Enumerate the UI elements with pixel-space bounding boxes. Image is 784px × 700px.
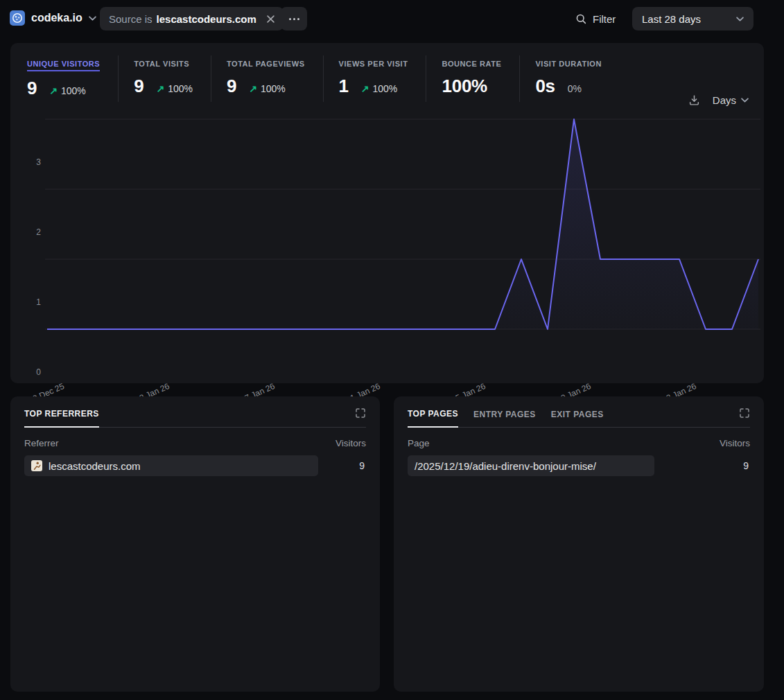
more-filters-button[interactable]	[281, 7, 307, 30]
chart-card: UNIQUE VISITORS 9 ↗100% TOTAL VISITS 9 ↗…	[10, 43, 764, 383]
referrers-list: lescastcodeurs.com 9	[24, 455, 366, 476]
referrers-column-headers: Referrer Visitors	[24, 438, 366, 448]
page-path: /2025/12/19/adieu-direnv-bonjour-mise/	[415, 460, 596, 472]
referrers-tabs: TOP REFERRERS	[24, 409, 366, 428]
ellipsis-icon	[289, 18, 291, 20]
pages-list: /2025/12/19/adieu-direnv-bonjour-mise/ 9	[408, 455, 750, 476]
referrer-row: lescastcodeurs.com 9	[24, 455, 366, 476]
tab-top-referrers[interactable]: TOP REFERRERS	[24, 409, 99, 428]
column-visitors: Visitors	[336, 438, 366, 448]
filter-pill-value: lescastcodeurs.com	[157, 13, 256, 25]
top-referrers-card: TOP REFERRERS Referrer Visitors lescastc…	[10, 396, 380, 692]
y-tick-label: 2	[21, 227, 41, 237]
y-tick-label: 0	[21, 367, 41, 377]
referrer-favicon-icon	[31, 460, 42, 471]
date-range-select[interactable]: Last 28 days	[632, 7, 753, 30]
chevron-down-icon	[89, 16, 96, 21]
filter-button-label: Filter	[593, 13, 616, 25]
pages-column-headers: Page Visitors	[408, 438, 750, 448]
chevron-down-icon	[736, 17, 744, 21]
remove-filter-button[interactable]	[267, 15, 275, 23]
referrer-link[interactable]: lescastcodeurs.com	[24, 455, 318, 476]
tab-exit-pages[interactable]: EXIT PAGES	[551, 410, 604, 427]
chart-area-fill	[47, 119, 758, 329]
line-chart[interactable]	[10, 43, 764, 383]
pages-tabs: TOP PAGES ENTRY PAGES EXIT PAGES	[408, 409, 750, 428]
filter-pill-prefix: Source is	[109, 13, 153, 25]
page-row: /2025/12/19/adieu-direnv-bonjour-mise/ 9	[408, 455, 750, 476]
y-tick-label: 3	[21, 157, 41, 167]
site-logo-icon	[10, 10, 25, 26]
y-tick-label: 1	[21, 297, 41, 307]
referrer-visitors: 9	[359, 455, 365, 476]
tab-entry-pages[interactable]: ENTRY PAGES	[473, 410, 536, 427]
page-link[interactable]: /2025/12/19/adieu-direnv-bonjour-mise/	[408, 455, 654, 476]
filter-button[interactable]: Filter	[575, 13, 616, 25]
column-page: Page	[408, 438, 430, 448]
site-switcher[interactable]: codeka.io	[10, 10, 96, 26]
page-visitors: 9	[743, 455, 749, 476]
tab-top-pages[interactable]: TOP PAGES	[408, 409, 458, 428]
site-name: codeka.io	[31, 12, 82, 24]
column-visitors: Visitors	[720, 438, 750, 448]
date-range-value: Last 28 days	[642, 13, 701, 25]
search-icon	[575, 13, 587, 25]
close-icon	[267, 15, 275, 23]
top-pages-card: TOP PAGES ENTRY PAGES EXIT PAGES Page Vi…	[394, 396, 764, 692]
column-referrer: Referrer	[24, 438, 59, 448]
referrer-name: lescastcodeurs.com	[49, 460, 141, 472]
filter-pill[interactable]: Source is lescastcodeurs.com	[100, 7, 284, 30]
